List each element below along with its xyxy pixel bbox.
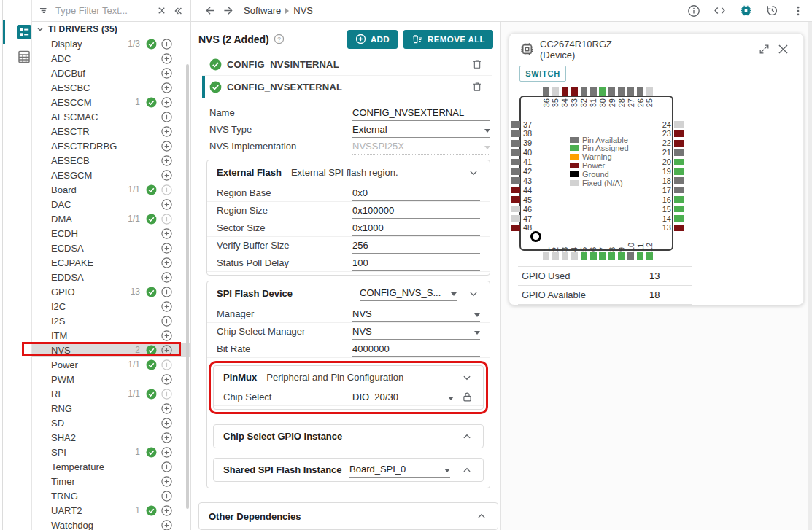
sidebar-item-adcbuf[interactable]: ADCBuf bbox=[32, 66, 190, 80]
lock-button[interactable] bbox=[461, 391, 473, 403]
sidebar-item-temperature[interactable]: Temperature bbox=[32, 459, 190, 474]
add-instance-button[interactable] bbox=[161, 359, 172, 370]
sidebar-item-aesgcm[interactable]: AESGCM bbox=[32, 168, 190, 182]
forward-arrow-icon[interactable] bbox=[222, 4, 234, 17]
add-instance-button[interactable] bbox=[161, 170, 172, 181]
field-input-bit-rate[interactable]: 4000000 bbox=[352, 340, 480, 357]
code-view-icon[interactable] bbox=[713, 4, 727, 17]
sidebar-item-power[interactable]: Power1/1 bbox=[32, 357, 190, 372]
add-instance-button[interactable] bbox=[161, 491, 172, 502]
sidebar-item-watchdog[interactable]: Watchdog bbox=[32, 518, 190, 530]
add-instance-button[interactable] bbox=[161, 214, 172, 225]
field-input-region-base[interactable]: 0x0 bbox=[352, 184, 480, 201]
sidebar-item-dma[interactable]: DMA1/1 bbox=[32, 211, 190, 226]
add-instance-button[interactable] bbox=[161, 418, 172, 429]
sidebar-item-trng[interactable]: TRNG bbox=[32, 488, 190, 503]
device-view-icon[interactable] bbox=[739, 4, 753, 17]
expand-icon[interactable] bbox=[758, 43, 770, 55]
add-instance-button[interactable] bbox=[161, 82, 172, 93]
sidebar-item-sd[interactable]: SD bbox=[32, 416, 190, 430]
add-instance-button[interactable] bbox=[161, 228, 172, 239]
add-instance-button[interactable] bbox=[161, 243, 172, 254]
sidebar-item-i2c[interactable]: I2C bbox=[32, 299, 190, 313]
sidebar-item-rf[interactable]: RF1/1 bbox=[32, 386, 190, 401]
history-icon[interactable] bbox=[765, 4, 779, 17]
field-input-name[interactable]: CONFIG_NVSEXTERNAL bbox=[352, 104, 490, 121]
info-icon[interactable] bbox=[687, 4, 700, 17]
collapse-chevron-icon[interactable] bbox=[467, 287, 480, 300]
sidebar-item-adc[interactable]: ADC bbox=[32, 51, 190, 66]
sidebar-item-rng[interactable]: RNG bbox=[32, 401, 190, 416]
add-instance-button[interactable] bbox=[161, 330, 172, 341]
back-arrow-icon[interactable] bbox=[204, 4, 217, 17]
driver-group-header[interactable]: TI DRIVERS (35) bbox=[32, 22, 190, 36]
add-instance-button[interactable] bbox=[161, 476, 172, 487]
add-instance-button[interactable] bbox=[161, 97, 172, 108]
sidebar-item-eddsa[interactable]: EDDSA bbox=[32, 270, 190, 284]
add-instance-button[interactable] bbox=[161, 272, 172, 283]
add-instance-button[interactable] bbox=[161, 389, 172, 400]
field-input-sector-size[interactable]: 0x1000 bbox=[352, 219, 480, 236]
sidebar-item-itm[interactable]: ITM bbox=[32, 328, 190, 343]
add-instance-button[interactable] bbox=[161, 432, 172, 443]
add-instance-button[interactable] bbox=[161, 345, 172, 356]
field-input-status-poll-delay[interactable]: 100 bbox=[352, 254, 480, 271]
rail-config-button[interactable] bbox=[17, 25, 31, 39]
switch-device-button[interactable]: SWITCH bbox=[519, 66, 566, 82]
add-instance-button[interactable] bbox=[161, 257, 172, 268]
expand-chevron-icon[interactable] bbox=[460, 464, 473, 477]
sidebar-scrollbar[interactable] bbox=[186, 64, 189, 509]
instance-row-config-nvsexternal[interactable]: CONFIG_NVSEXTERNAL bbox=[202, 76, 492, 98]
sidebar-item-uart2[interactable]: UART21 bbox=[32, 503, 190, 518]
add-instance-button[interactable] bbox=[161, 505, 172, 516]
collapse-chevron-icon[interactable] bbox=[467, 166, 480, 179]
sidebar-item-dac[interactable]: DAC bbox=[32, 197, 190, 211]
add-instance-button[interactable] bbox=[161, 374, 172, 385]
sidebar-item-aesctrdrbg[interactable]: AESCTRDRBG bbox=[32, 139, 190, 153]
sidebar-item-gpio[interactable]: GPIO13 bbox=[32, 284, 190, 299]
field-select-nvs-type[interactable]: External bbox=[352, 121, 490, 138]
spi-flash-device-select[interactable]: CONFIG_NVS_S... bbox=[360, 286, 457, 301]
remove-all-button[interactable]: REMOVE ALL bbox=[403, 30, 493, 49]
instance-row-config-nvsinternal[interactable]: CONFIG_NVSINTERNAL bbox=[202, 53, 492, 76]
shared-spi-select[interactable]: Board_SPI_0 bbox=[349, 462, 450, 478]
add-instance-button[interactable] bbox=[161, 447, 172, 458]
add-button[interactable]: ADD bbox=[347, 30, 398, 49]
sidebar-item-aescbc[interactable]: AESCBC bbox=[32, 80, 190, 95]
clear-filter-icon[interactable] bbox=[156, 5, 167, 16]
add-instance-button[interactable] bbox=[161, 68, 172, 79]
add-instance-button[interactable] bbox=[161, 301, 172, 312]
collapse-chevron-icon[interactable] bbox=[460, 371, 473, 384]
sidebar-item-aescmac[interactable]: AESCMAC bbox=[32, 109, 190, 124]
sidebar-item-pwm[interactable]: PWM bbox=[32, 372, 190, 386]
add-instance-button[interactable] bbox=[161, 112, 172, 122]
sidebar-item-display[interactable]: Display1/3 bbox=[32, 36, 190, 51]
sidebar-item-i2s[interactable]: I2S bbox=[32, 313, 190, 328]
sidebar-item-sha2[interactable]: SHA2 bbox=[32, 430, 190, 445]
sidebar-item-ecjpake[interactable]: ECJPAKE bbox=[32, 255, 190, 270]
sidebar-item-nvs[interactable]: NVS2 bbox=[32, 343, 190, 357]
preview-scrollbar-track[interactable] bbox=[808, 22, 812, 530]
add-instance-button[interactable] bbox=[161, 141, 172, 152]
breadcrumb-item-software[interactable]: Software bbox=[244, 5, 281, 16]
help-icon[interactable]: ? bbox=[274, 34, 285, 44]
add-instance-button[interactable] bbox=[161, 287, 172, 297]
sidebar-item-spi[interactable]: SPI1 bbox=[32, 445, 190, 459]
add-instance-button[interactable] bbox=[161, 39, 172, 50]
sidebar-item-aesctr[interactable]: AESCTR bbox=[32, 124, 190, 139]
sidebar-item-ecdsa[interactable]: ECDSA bbox=[32, 241, 190, 255]
add-instance-button[interactable] bbox=[161, 520, 172, 530]
collapse-sidebar-icon[interactable] bbox=[172, 5, 184, 17]
sidebar-item-board[interactable]: Board1/1 bbox=[32, 182, 190, 197]
add-instance-button[interactable] bbox=[161, 53, 172, 64]
sidebar-item-aesecb[interactable]: AESECB bbox=[32, 153, 190, 168]
delete-instance-button[interactable] bbox=[471, 58, 483, 71]
kebab-menu-icon[interactable] bbox=[792, 4, 805, 17]
expand-chevron-icon[interactable] bbox=[460, 430, 473, 443]
add-instance-button[interactable] bbox=[161, 184, 172, 195]
filter-input[interactable]: Type Filter Text... bbox=[55, 5, 151, 16]
field-input-verify-buffer-size[interactable]: 256 bbox=[352, 237, 480, 254]
close-icon[interactable] bbox=[776, 42, 790, 56]
sidebar-item-timer[interactable]: Timer bbox=[32, 474, 190, 488]
rail-stats-button[interactable] bbox=[17, 50, 31, 64]
